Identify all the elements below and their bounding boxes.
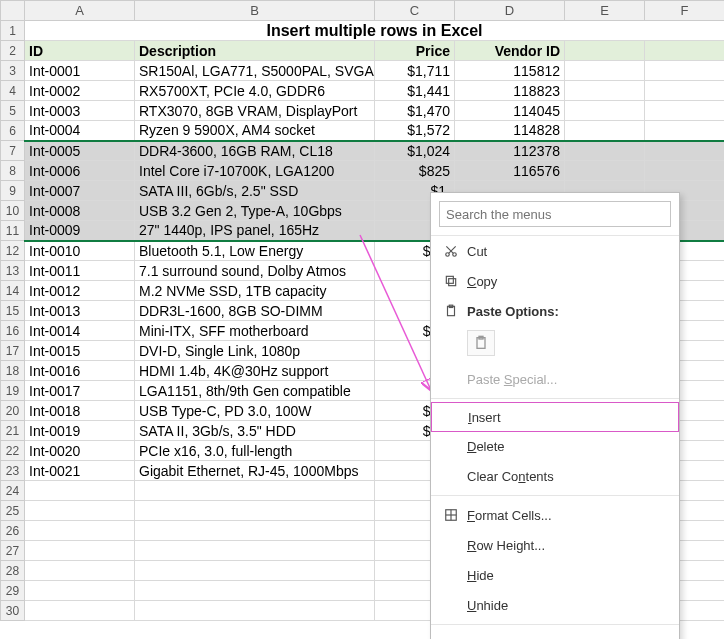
- row-header-2[interactable]: 2: [1, 41, 25, 61]
- cell-id[interactable]: Int-0003: [25, 101, 135, 121]
- menu-delete[interactable]: Delete: [431, 431, 679, 461]
- row-header-30[interactable]: 30: [1, 601, 25, 621]
- row-header-24[interactable]: 24: [1, 481, 25, 501]
- cell-description[interactable]: M.2 NVMe SSD, 1TB capacity: [135, 281, 375, 301]
- row-header-23[interactable]: 23: [1, 461, 25, 481]
- row-header-14[interactable]: 14: [1, 281, 25, 301]
- row-header-26[interactable]: 26: [1, 521, 25, 541]
- row-header-29[interactable]: 29: [1, 581, 25, 601]
- cell-id[interactable]: Int-0001: [25, 61, 135, 81]
- cell-id[interactable]: Int-0006: [25, 161, 135, 181]
- row-header-21[interactable]: 21: [1, 421, 25, 441]
- cell-description[interactable]: Ryzen 9 5900X, AM4 socket: [135, 121, 375, 141]
- cell-id[interactable]: Int-0015: [25, 341, 135, 361]
- cell-price[interactable]: $1,572: [375, 121, 455, 141]
- row-header-20[interactable]: 20: [1, 401, 25, 421]
- cell-description[interactable]: DDR3L-1600, 8GB SO-DIMM: [135, 301, 375, 321]
- cell-vendor[interactable]: 116576: [455, 161, 565, 181]
- cell-description[interactable]: DDR4-3600, 16GB RAM, CL18: [135, 141, 375, 161]
- row-header-11[interactable]: 11: [1, 221, 25, 241]
- cell-price[interactable]: $1,024: [375, 141, 455, 161]
- cell-description[interactable]: Gigabit Ethernet, RJ-45, 1000Mbps: [135, 461, 375, 481]
- menu-show-changes[interactable]: Show Changes: [431, 629, 679, 639]
- cell-description[interactable]: 7.1 surround sound, Dolby Atmos: [135, 261, 375, 281]
- cell-id[interactable]: Int-0008: [25, 201, 135, 221]
- cell-id[interactable]: Int-0013: [25, 301, 135, 321]
- row-header-5[interactable]: 5: [1, 101, 25, 121]
- menu-format-cells[interactable]: Format Cells...: [431, 500, 679, 530]
- cell-description[interactable]: DVI-D, Single Link, 1080p: [135, 341, 375, 361]
- menu-cut[interactable]: Cut: [431, 236, 679, 266]
- cell-price[interactable]: $825: [375, 161, 455, 181]
- row-header-9[interactable]: 9: [1, 181, 25, 201]
- cell-id[interactable]: Int-0020: [25, 441, 135, 461]
- cell-description[interactable]: LGA1151, 8th/9th Gen compatible: [135, 381, 375, 401]
- cell-id[interactable]: Int-0010: [25, 241, 135, 261]
- cell-vendor[interactable]: 115812: [455, 61, 565, 81]
- cell-id[interactable]: Int-0021: [25, 461, 135, 481]
- row-header-8[interactable]: 8: [1, 161, 25, 181]
- menu-hide[interactable]: Hide: [431, 560, 679, 590]
- row-header-1[interactable]: 1: [1, 21, 25, 41]
- cell-description[interactable]: Bluetooth 5.1, Low Energy: [135, 241, 375, 261]
- column-headers[interactable]: A B C D E F: [1, 1, 725, 21]
- row-header-16[interactable]: 16: [1, 321, 25, 341]
- cell-id[interactable]: Int-0004: [25, 121, 135, 141]
- cell-description[interactable]: Mini-ITX, SFF motherboard: [135, 321, 375, 341]
- row-header-10[interactable]: 10: [1, 201, 25, 221]
- cell-description[interactable]: SATA III, 6Gb/s, 2.5" SSD: [135, 181, 375, 201]
- col-F[interactable]: F: [645, 1, 725, 21]
- cell-vendor[interactable]: 114828: [455, 121, 565, 141]
- col-C[interactable]: C: [375, 1, 455, 21]
- menu-unhide[interactable]: Unhide: [431, 590, 679, 620]
- cell-id[interactable]: Int-0002: [25, 81, 135, 101]
- cell-description[interactable]: RX5700XT, PCIe 4.0, GDDR6: [135, 81, 375, 101]
- row-header-25[interactable]: 25: [1, 501, 25, 521]
- cell-description[interactable]: PCIe x16, 3.0, full-length: [135, 441, 375, 461]
- cell-id[interactable]: Int-0017: [25, 381, 135, 401]
- cell-vendor[interactable]: 112378: [455, 141, 565, 161]
- row-header-15[interactable]: 15: [1, 301, 25, 321]
- row-header-27[interactable]: 27: [1, 541, 25, 561]
- cell-id[interactable]: Int-0014: [25, 321, 135, 341]
- cell-id[interactable]: Int-0011: [25, 261, 135, 281]
- cell-description[interactable]: SATA II, 3Gb/s, 3.5" HDD: [135, 421, 375, 441]
- col-D[interactable]: D: [455, 1, 565, 21]
- row-header-12[interactable]: 12: [1, 241, 25, 261]
- menu-copy[interactable]: Copy: [431, 266, 679, 296]
- select-all-corner[interactable]: [1, 1, 25, 21]
- cell-description[interactable]: RTX3070, 8GB VRAM, DisplayPort: [135, 101, 375, 121]
- cell-id[interactable]: Int-0005: [25, 141, 135, 161]
- cell-id[interactable]: Int-0019: [25, 421, 135, 441]
- cell-description[interactable]: SR150Al, LGA771, S5000PAL, SVGA: [135, 61, 375, 81]
- row-header-17[interactable]: 17: [1, 341, 25, 361]
- cell-description[interactable]: USB Type-C, PD 3.0, 100W: [135, 401, 375, 421]
- menu-clear-contents[interactable]: Clear Contents: [431, 461, 679, 491]
- cell-id[interactable]: Int-0016: [25, 361, 135, 381]
- cell-description[interactable]: USB 3.2 Gen 2, Type-A, 10Gbps: [135, 201, 375, 221]
- menu-row-height[interactable]: Row Height...: [431, 530, 679, 560]
- cell-description[interactable]: 27" 1440p, IPS panel, 165Hz: [135, 221, 375, 241]
- row-header-4[interactable]: 4: [1, 81, 25, 101]
- cell-price[interactable]: $1,441: [375, 81, 455, 101]
- row-header-13[interactable]: 13: [1, 261, 25, 281]
- row-header-6[interactable]: 6: [1, 121, 25, 141]
- cell-price[interactable]: $1,711: [375, 61, 455, 81]
- menu-insert[interactable]: Insert: [431, 402, 679, 432]
- col-E[interactable]: E: [565, 1, 645, 21]
- row-header-22[interactable]: 22: [1, 441, 25, 461]
- menu-search-input[interactable]: [439, 201, 671, 227]
- cell-id[interactable]: Int-0007: [25, 181, 135, 201]
- cell-id[interactable]: Int-0009: [25, 221, 135, 241]
- cell-vendor[interactable]: 118823: [455, 81, 565, 101]
- cell-id[interactable]: Int-0018: [25, 401, 135, 421]
- row-header-3[interactable]: 3: [1, 61, 25, 81]
- row-header-19[interactable]: 19: [1, 381, 25, 401]
- cell-description[interactable]: HDMI 1.4b, 4K@30Hz support: [135, 361, 375, 381]
- row-header-7[interactable]: 7: [1, 141, 25, 161]
- cell-description[interactable]: Intel Core i7-10700K, LGA1200: [135, 161, 375, 181]
- col-B[interactable]: B: [135, 1, 375, 21]
- row-header-18[interactable]: 18: [1, 361, 25, 381]
- cell-price[interactable]: $1,470: [375, 101, 455, 121]
- col-A[interactable]: A: [25, 1, 135, 21]
